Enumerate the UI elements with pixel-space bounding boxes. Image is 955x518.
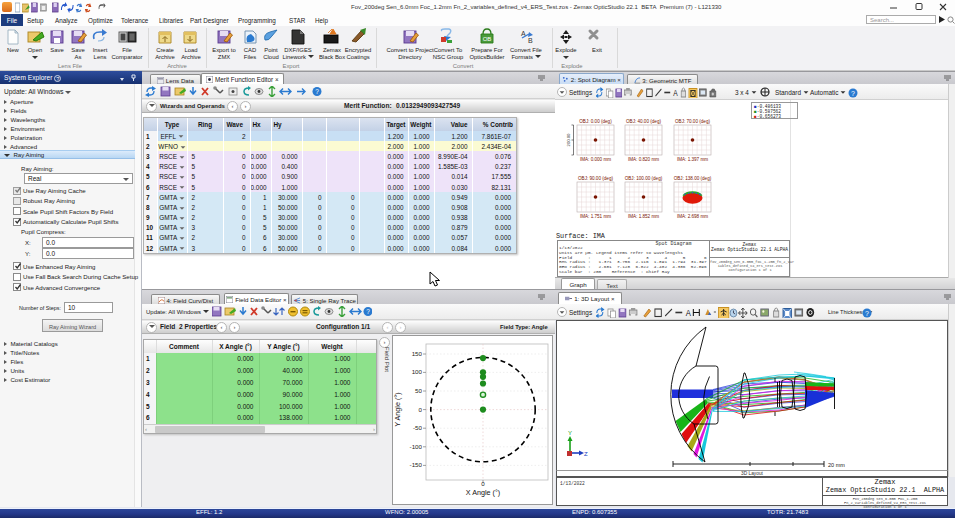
svg-text:OBJ: 90.00 (deg): OBJ: 90.00 (deg) — [578, 176, 613, 181]
svg-text:Y Angle (°): Y Angle (°) — [393, 392, 402, 426]
svg-text:-50: -50 — [413, 424, 423, 431]
svg-text:OB: OB — [483, 36, 492, 42]
svg-text:OBJ: 138.00 (deg): OBJ: 138.00 (deg) — [674, 176, 712, 181]
svg-text:150: 150 — [412, 350, 423, 357]
svg-text:X Angle (°): X Angle (°) — [466, 488, 500, 497]
svg-text:A: A — [686, 307, 692, 318]
svg-text:-150: -150 — [410, 461, 423, 468]
svg-text:B: B — [528, 37, 533, 44]
svg-text:OBJ: 0.00 (deg): OBJ: 0.00 (deg) — [579, 119, 612, 124]
svg-text:200.00: 200.00 — [566, 133, 571, 146]
svg-text:?: ? — [315, 88, 319, 95]
svg-text:OBJ: 100.00 (deg): OBJ: 100.00 (deg) — [625, 176, 663, 181]
svg-text:OBJ: 70.00 (deg): OBJ: 70.00 (deg) — [675, 119, 710, 124]
svg-text:A: A — [673, 88, 678, 98]
svg-text:OBJ: 40.00 (deg): OBJ: 40.00 (deg) — [626, 119, 661, 124]
svg-text:?: ? — [366, 308, 370, 315]
svg-text:20 mm: 20 mm — [828, 462, 845, 468]
svg-text:IMA: 1.751 mm: IMA: 1.751 mm — [580, 214, 611, 219]
svg-text:IMA: 1.397 mm: IMA: 1.397 mm — [677, 157, 708, 162]
svg-text:IMA: 1.852 mm: IMA: 1.852 mm — [628, 214, 659, 219]
svg-text:IMA: 0.820 mm: IMA: 0.820 mm — [628, 157, 659, 162]
svg-text:0: 0 — [481, 480, 485, 487]
svg-text:Y: Y — [568, 430, 572, 436]
svg-text:0: 0 — [419, 406, 423, 413]
svg-text:50: 50 — [415, 387, 422, 394]
svg-text:-100: -100 — [410, 443, 423, 450]
svg-text:Z: Z — [584, 451, 588, 457]
svg-text:?: ? — [865, 309, 869, 316]
svg-text:?: ? — [851, 89, 855, 96]
svg-text:IMA: 0.000 mm: IMA: 0.000 mm — [580, 157, 611, 162]
svg-text:IMA: 2.698 mm: IMA: 2.698 mm — [677, 214, 708, 219]
svg-text:100: 100 — [412, 368, 423, 375]
